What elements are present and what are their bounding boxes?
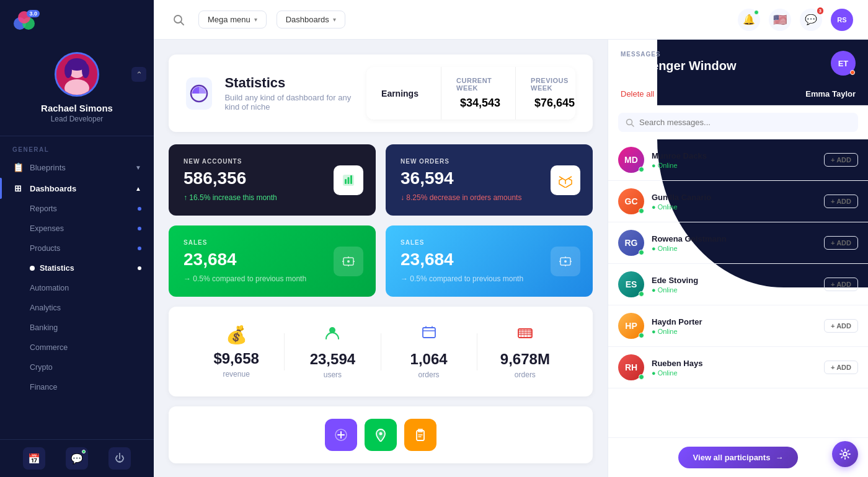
online-dot (639, 208, 644, 214)
earnings-card: Earnings Current Week $34,543 Previous W… (366, 67, 575, 120)
stat-icon (334, 247, 363, 276)
sidebar-item-banking[interactable]: Banking (0, 318, 154, 338)
contacts-list: MD Munroe Dacks ● Online + ADD (608, 139, 868, 437)
contact-name: Rueben Hays (652, 359, 824, 368)
svg-point-34 (843, 452, 847, 456)
list-item[interactable]: ES Ede Stoving ● Online + ADD (608, 264, 868, 305)
view-all-participants-button[interactable]: View all participants → (678, 447, 799, 468)
avatar (55, 52, 99, 97)
location-action-button[interactable] (365, 419, 397, 451)
mega-menu-button[interactable]: Mega menu ▾ (198, 11, 267, 28)
notifications-button[interactable]: 🔔 (738, 9, 760, 31)
add-contact-button[interactable]: + ADD (824, 278, 858, 291)
settings-fab-button[interactable] (832, 441, 858, 467)
sidebar-item-label: Commerce (30, 343, 68, 352)
previous-week-value: $76,645 (531, 97, 575, 110)
svg-rect-22 (523, 329, 525, 338)
dashboards-icon: ⊞ (12, 183, 24, 193)
search-box (618, 113, 858, 132)
dashboards-button[interactable]: Dashboards ▾ (277, 11, 345, 28)
sidebar-item-label: Dashboards (30, 184, 76, 193)
online-indicator (850, 70, 855, 75)
flag-icon: 🇺🇸 (773, 13, 787, 27)
sidebar-item-label: Products (30, 244, 60, 253)
messenger-title: Messenger Window (621, 59, 737, 73)
page-title: Statistics (224, 75, 366, 91)
revenue-icon: 💰 (188, 325, 284, 345)
chevron-up-icon: ▲ (135, 185, 141, 192)
sidebar-item-dashboards[interactable]: ⊞ Dashboards ▲ (0, 178, 154, 199)
search-button[interactable] (169, 10, 188, 30)
page-header-icon (186, 77, 212, 110)
add-action-button[interactable] (325, 419, 357, 451)
current-week-label: Current Week (456, 77, 500, 92)
metric-value: 1,064 (381, 351, 477, 368)
contact-info: Munroe Dacks ● Online (652, 151, 824, 169)
sidebar-bottom: 📅 💬 ⏻ (0, 439, 154, 477)
metric-value: 23,594 (285, 351, 380, 368)
topbar-right: 🔔 🇺🇸 💬 3 RS (738, 9, 853, 31)
arrow-icon: → (775, 453, 783, 462)
chat-button[interactable]: 💬 (66, 447, 88, 470)
nav-dot-active (138, 266, 141, 270)
contact-avatar-et[interactable]: ET (831, 51, 856, 76)
previous-week-label: Previous Week (531, 77, 575, 92)
metric-orders: 1,064 orders (381, 324, 477, 379)
previous-week-section: Previous Week $76,645 (515, 67, 575, 120)
clipboard-action-button[interactable] (404, 419, 436, 451)
contact-info: Haydn Porter ● Online (652, 317, 824, 335)
sidebar-item-reports[interactable]: Reports (0, 199, 154, 219)
online-dot (639, 374, 644, 380)
power-button[interactable]: ⏻ (108, 447, 131, 470)
user-avatar-button[interactable]: RS (831, 9, 853, 31)
contact-initials: ET (838, 59, 849, 68)
sidebar-item-automation[interactable]: Automation (0, 278, 154, 298)
calendar-button[interactable]: 📅 (23, 447, 45, 470)
add-contact-button[interactable]: + ADD (824, 361, 858, 374)
contact-info: Ede Stoving ● Online (652, 276, 824, 294)
sidebar-item-finance[interactable]: Finance (0, 377, 154, 397)
contact-status: ● Online (652, 369, 824, 377)
stat-label: NEW ORDERS (401, 158, 578, 165)
sidebar-item-products[interactable]: Products (0, 239, 154, 258)
messages-search-input[interactable] (639, 118, 851, 127)
sidebar-item-label: Statistics (40, 264, 74, 273)
svg-point-9 (174, 15, 182, 23)
add-contact-button[interactable]: + ADD (824, 195, 858, 208)
online-dot (639, 250, 644, 255)
avatar-image (55, 52, 99, 97)
add-contact-button[interactable]: + ADD (824, 236, 858, 250)
sidebar-item-blueprints[interactable]: 📋 Blueprints ▼ (0, 157, 154, 178)
current-week-value: $34,543 (456, 97, 500, 110)
messenger-search-area (608, 105, 868, 139)
sidebar-item-statistics[interactable]: Statistics (0, 258, 154, 278)
stat-card-new-accounts: NEW ACCOUNTS 586,356 ↑ 16.5% increase th… (169, 144, 376, 216)
stat-card-sales-blue: SALES 23,684 → 0.5% compared to previous… (386, 225, 593, 297)
delete-all-button[interactable]: Delete all (621, 89, 654, 98)
list-item[interactable]: HP Haydn Porter ● Online + ADD (608, 305, 868, 347)
flag-button[interactable]: 🇺🇸 (769, 9, 791, 31)
list-item[interactable]: MD Munroe Dacks ● Online + ADD (608, 139, 868, 181)
metric-label: users (285, 370, 380, 379)
stat-change: → 0.5% compared to previous month (184, 274, 361, 283)
svg-point-32 (627, 119, 632, 125)
add-contact-button[interactable]: + ADD (824, 153, 858, 167)
list-item[interactable]: RG Rowena Geistmann ● Online + ADD (608, 222, 868, 264)
list-item[interactable]: GC Gunilla Canario ● Online + ADD (608, 181, 868, 222)
page-header-text: Statistics Build any kind of dashboard f… (224, 75, 366, 112)
svg-line-33 (632, 125, 634, 126)
sidebar-collapse-button[interactable]: ⌃ (131, 67, 146, 82)
sidebar-item-crypto[interactable]: Crypto (0, 357, 154, 377)
contact-name: Gunilla Canario (652, 193, 824, 202)
messages-button[interactable]: 💬 3 (800, 9, 822, 31)
sidebar-item-analytics[interactable]: Analytics (0, 298, 154, 318)
contact-name: Rowena Geistmann (652, 234, 824, 243)
list-item[interactable]: RH Rueben Hays ● Online + ADD (608, 347, 868, 388)
add-contact-button[interactable]: + ADD (824, 319, 858, 333)
sidebar-item-commerce[interactable]: Commerce (0, 338, 154, 357)
sidebar-logo: 3.0 (0, 0, 154, 40)
sidebar-item-expenses[interactable]: Expenses (0, 219, 154, 239)
user-role: Lead Developer (51, 115, 104, 123)
chevron-down-icon: ▾ (333, 16, 336, 23)
orders-2-icon (477, 324, 573, 346)
